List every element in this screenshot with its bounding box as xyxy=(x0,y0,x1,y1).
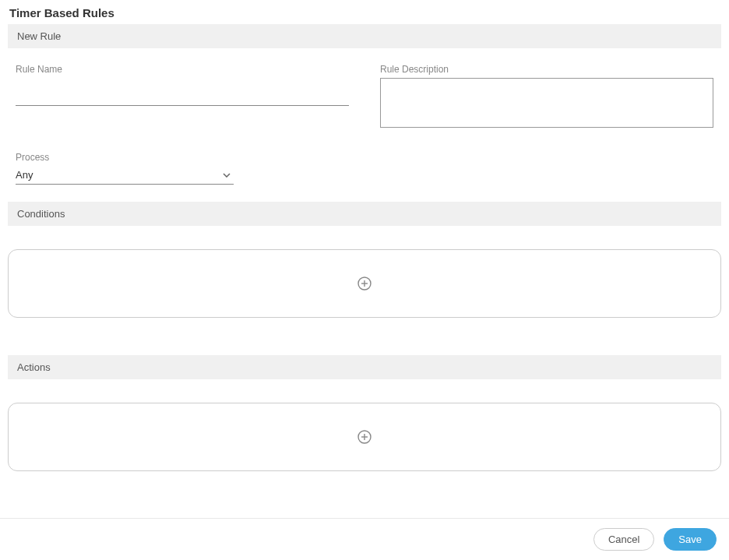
page-title: Timer Based Rules xyxy=(0,0,729,24)
col-rule-name: Rule Name xyxy=(16,64,349,130)
footer: Cancel Save xyxy=(0,518,729,560)
col-rule-description: Rule Description xyxy=(380,64,713,130)
chevron-down-icon xyxy=(223,171,231,179)
save-button[interactable]: Save xyxy=(664,528,717,551)
add-condition-button[interactable] xyxy=(357,276,372,291)
section-header-conditions: Conditions xyxy=(8,202,721,226)
conditions-box xyxy=(8,249,721,318)
section-header-actions: Actions xyxy=(8,355,721,379)
section-header-new-rule: New Rule xyxy=(8,24,721,48)
actions-box xyxy=(8,403,721,471)
rule-name-label: Rule Name xyxy=(16,64,349,75)
process-select-wrapper: Process Any xyxy=(16,152,234,185)
form-row-top: Rule Name Rule Description xyxy=(6,48,723,130)
cancel-button[interactable]: Cancel xyxy=(593,528,654,551)
rule-description-input[interactable] xyxy=(380,78,713,128)
rule-description-label: Rule Description xyxy=(380,64,713,75)
process-label: Process xyxy=(16,152,234,163)
form-row-process: Process Any xyxy=(6,130,723,185)
actions-section: Actions xyxy=(0,355,729,471)
process-selected-value: Any xyxy=(16,169,33,181)
rule-name-input[interactable] xyxy=(16,87,349,106)
add-action-button[interactable] xyxy=(357,430,372,444)
process-select[interactable]: Any xyxy=(16,166,234,185)
